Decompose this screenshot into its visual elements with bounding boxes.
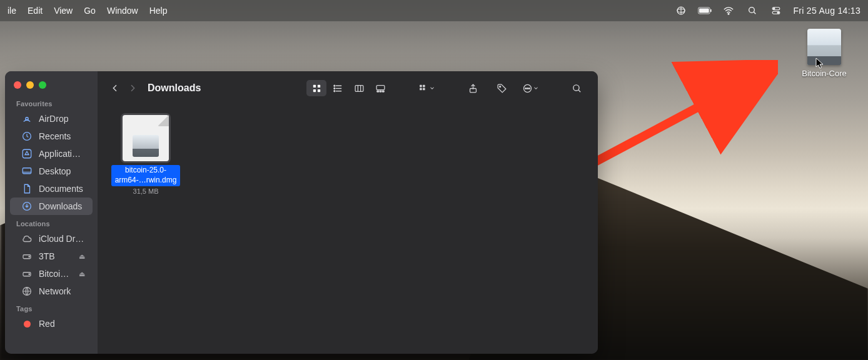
menu-window[interactable]: Window xyxy=(107,6,138,16)
finder-content-area[interactable]: bitcoin-25.0-arm64-…rwin.dmg 31,5 MB xyxy=(98,105,598,354)
svg-point-41 xyxy=(525,88,526,89)
forward-button[interactable] xyxy=(126,82,139,94)
eject-icon[interactable]: ⏏ xyxy=(79,252,85,261)
cloud-icon xyxy=(21,233,33,244)
sidebar-item-label: Network xyxy=(39,286,85,296)
tags-button[interactable] xyxy=(492,80,512,96)
svg-point-20 xyxy=(29,274,30,275)
back-button[interactable] xyxy=(109,82,121,94)
svg-point-27 xyxy=(333,88,335,89)
view-gallery-button[interactable] xyxy=(370,80,390,96)
menu-file[interactable]: ile xyxy=(8,6,16,16)
svg-rect-29 xyxy=(355,85,363,91)
file-name: bitcoin-25.0-arm64-…rwin.dmg xyxy=(111,165,180,186)
file-item[interactable]: bitcoin-25.0-arm64-…rwin.dmg 31,5 MB xyxy=(111,115,180,195)
battery-icon[interactable] xyxy=(698,5,712,16)
disk-drive-icon xyxy=(807,29,841,65)
dmg-file-icon xyxy=(123,115,169,161)
sidebar-item-label: Red xyxy=(39,319,85,329)
sidebar-item-recents[interactable]: Recents xyxy=(10,128,93,145)
sidebar-item-documents[interactable]: Documents xyxy=(10,180,93,198)
tag-dot-icon xyxy=(21,318,33,329)
network-globe-icon xyxy=(21,286,33,297)
sidebar-heading-tags: Tags xyxy=(5,300,98,315)
group-by-button[interactable] xyxy=(416,80,437,96)
svg-rect-25 xyxy=(317,89,320,91)
svg-rect-3 xyxy=(699,8,709,12)
svg-rect-31 xyxy=(376,91,378,92)
menu-edit[interactable]: Edit xyxy=(28,6,43,16)
view-icons-button[interactable] xyxy=(306,80,326,96)
spotlight-search-icon[interactable] xyxy=(745,5,759,16)
search-button[interactable] xyxy=(567,80,587,96)
svg-point-10 xyxy=(777,12,779,13)
airdrop-icon xyxy=(21,113,33,124)
sidebar-item-label: Downloads xyxy=(39,201,85,211)
sidebar-item-network[interactable]: Network xyxy=(10,282,93,300)
svg-rect-23 xyxy=(317,84,320,87)
menu-help[interactable]: Help xyxy=(149,6,168,16)
view-list-button[interactable] xyxy=(328,80,348,96)
sidebar-item-downloads[interactable]: Downloads xyxy=(10,198,93,215)
system-menubar: ile Edit View Go Window Help Fri 25 Aug … xyxy=(0,0,868,21)
svg-rect-32 xyxy=(380,91,381,92)
sidebar-item-label: 3TB xyxy=(39,251,73,261)
view-mode-group xyxy=(306,80,390,96)
control-centre-icon[interactable] xyxy=(769,5,783,16)
svg-point-28 xyxy=(333,90,335,91)
svg-point-8 xyxy=(774,8,775,9)
window-fullscreen-button[interactable] xyxy=(39,81,46,89)
download-icon xyxy=(21,201,33,212)
clock-icon xyxy=(21,131,33,142)
finder-window: Favourites AirDrop Recents Applications … xyxy=(5,71,598,354)
sidebar-item-airdrop[interactable]: AirDrop xyxy=(10,110,93,128)
share-button[interactable] xyxy=(463,80,483,96)
window-minimize-button[interactable] xyxy=(26,81,34,89)
finder-main: Downloads bitcoin-25.0-arm64-…r xyxy=(98,71,598,354)
svg-point-6 xyxy=(749,8,755,13)
wifi-icon[interactable] xyxy=(722,5,735,16)
sidebar-item-desktop[interactable]: Desktop xyxy=(10,162,93,180)
sidebar-item-label: Desktop xyxy=(39,166,85,176)
menu-go[interactable]: Go xyxy=(84,6,96,16)
sidebar-item-label: Bitcoin… xyxy=(39,269,73,279)
external-drive-icon xyxy=(21,268,33,279)
finder-toolbar: Downloads xyxy=(98,71,598,105)
svg-point-26 xyxy=(333,85,335,86)
finder-sidebar: Favourites AirDrop Recents Applications … xyxy=(5,71,98,354)
sidebar-item-applications[interactable]: Applications xyxy=(10,145,93,162)
sidebar-item-label: AirDrop xyxy=(39,114,85,124)
menubar-left: ile Edit View Go Window Help xyxy=(8,6,168,16)
eject-icon[interactable]: ⏏ xyxy=(79,270,85,278)
desktop-icon xyxy=(21,166,33,177)
sidebar-heading-locations: Locations xyxy=(5,215,98,230)
locale-icon[interactable] xyxy=(674,5,688,16)
mouse-cursor-icon xyxy=(815,58,824,69)
svg-point-5 xyxy=(729,13,730,14)
sidebar-item-tag-red[interactable]: Red xyxy=(10,315,93,332)
desktop-volume-label: Bitcoin-Core xyxy=(798,69,850,78)
svg-point-44 xyxy=(573,84,578,90)
svg-rect-15 xyxy=(23,168,31,174)
svg-rect-35 xyxy=(420,88,422,90)
actions-button[interactable] xyxy=(520,80,540,96)
window-traffic-lights xyxy=(14,81,46,89)
document-icon xyxy=(21,183,33,194)
sidebar-item-label: Documents xyxy=(39,184,85,194)
menubar-clock[interactable]: Fri 25 Aug 14:13 xyxy=(793,6,860,16)
svg-rect-33 xyxy=(382,91,384,92)
view-columns-button[interactable] xyxy=(349,80,369,96)
svg-point-39 xyxy=(499,86,500,87)
file-size: 31,5 MB xyxy=(111,188,180,195)
menu-view[interactable]: View xyxy=(54,6,73,16)
svg-rect-36 xyxy=(423,84,425,87)
sidebar-item-icloud[interactable]: iCloud Drive xyxy=(10,230,93,248)
window-close-button[interactable] xyxy=(14,81,21,89)
applications-icon xyxy=(21,148,33,159)
sidebar-item-3tb[interactable]: 3TB ⏏ xyxy=(10,248,93,265)
desktop-mounted-volume[interactable]: Bitcoin-Core xyxy=(798,29,850,78)
sidebar-heading-favourites: Favourites xyxy=(5,95,98,110)
svg-rect-4 xyxy=(710,9,712,12)
svg-rect-22 xyxy=(313,84,315,87)
sidebar-item-bitcoin-volume[interactable]: Bitcoin… ⏏ xyxy=(10,265,93,282)
